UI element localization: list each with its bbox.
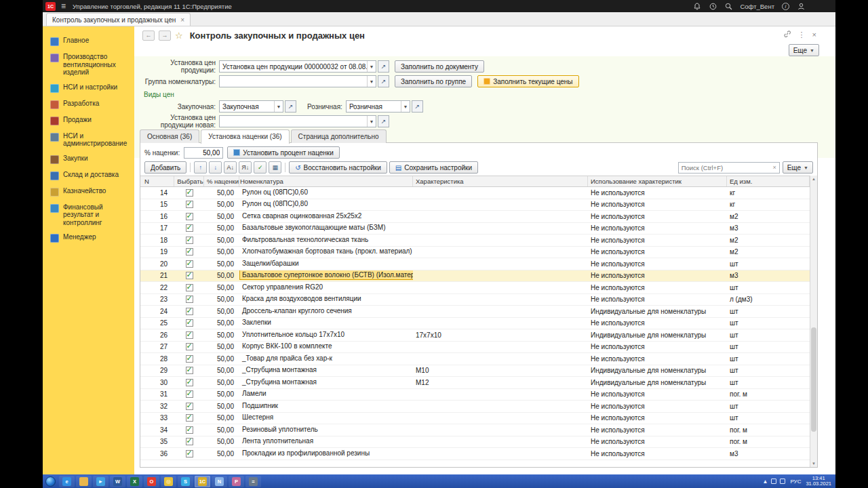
taskbar-app-internet-explorer[interactable]: e [59,476,75,487]
cell-nomenclature[interactable]: Подшипник [239,401,413,411]
cell-markup-percent[interactable]: 50,00 [204,390,239,398]
taskbar-app-paint[interactable]: P [229,476,244,487]
table-row[interactable]: 14 50,00 Рулон оц (08ПС)0,60 Не использу… [140,187,810,199]
vertical-scrollbar[interactable]: ▲ ▼ [810,176,817,467]
table-row[interactable]: 36 50,00 Прокладки из профилированной ре… [140,448,810,460]
cell-nomenclature[interactable]: Сектор управления RG20 [239,283,413,293]
cell-nomenclature[interactable]: _Струбцина монтажная [239,378,413,388]
checkbox-checked-icon[interactable] [186,343,193,350]
taskbar-app-file-explorer[interactable] [76,476,92,487]
open-document-icon[interactable]: ↗ [378,60,389,73]
notifications-bell-icon[interactable] [693,2,701,10]
cell-nomenclature[interactable]: Дроссель-клапан круглого сечения [239,306,413,317]
check-all-icon[interactable]: ✓ [254,161,267,174]
cell-markup-percent[interactable]: 50,00 [204,343,239,350]
kebab-menu-icon[interactable]: ⋮ [798,30,806,39]
table-row[interactable]: 16 50,00 Сетка сварная оцинкованная 25х2… [140,211,810,223]
cell-nomenclature[interactable]: Прокладки из профилированной резины [239,449,413,459]
cell-markup-percent[interactable]: 50,00 [204,189,239,197]
tab-osnovnaya[interactable]: Основная (36) [140,129,199,143]
table-row[interactable]: 19 50,00 Хлопчатобумажная бортовая ткань… [140,247,810,259]
column-header[interactable]: % наценки [204,176,239,186]
cell-nomenclature[interactable]: Фильтровальная технологическая ткань [239,235,413,245]
cell-characteristic[interactable]: 17х7х10 [413,331,588,339]
checkbox-checked-icon[interactable] [186,284,193,291]
table-row[interactable]: 31 50,00 Ламели Не используются пог. м [140,389,810,401]
fill-by-document-button[interactable]: Заполнить по документу [395,60,484,73]
retail-price-combo[interactable]: Розничная ▼ [346,100,410,113]
sidebar-item-prodazhi[interactable]: Продажи [43,113,134,129]
tray-expand-icon[interactable]: ▲ [763,479,768,485]
save-settings-button[interactable]: ▤ Сохранить настройки [389,161,478,174]
table-row[interactable]: 28 50,00 _Товар для прайса без хар-к Не … [140,353,810,365]
markup-percent-input[interactable] [184,147,223,159]
sidebar-item-finansovyy-rezultat[interactable]: Финансовый результат и контроллинг [43,200,134,230]
cell-checkbox[interactable] [174,213,204,220]
history-clock-icon[interactable] [709,2,717,10]
checkbox-checked-icon[interactable] [186,201,193,208]
sidebar-item-razrabotka[interactable]: Разработка [43,96,134,113]
restore-settings-button[interactable]: ↺ Восстановить настройки [289,161,387,174]
cell-markup-percent[interactable]: 50,00 [204,367,239,374]
cell-markup-percent[interactable]: 50,00 [204,426,239,434]
purchase-price-combo[interactable]: Закупочная ▼ [219,100,283,113]
table-row[interactable]: 26 50,00 Уплотнительное кольцо 17х7х10 1… [140,329,810,342]
cell-nomenclature[interactable]: Рулон оц (08ПС)0,60 [239,188,413,198]
list-settings-icon[interactable]: ▦ [269,161,281,174]
nomenclature-group-combo[interactable]: ▼ [219,75,376,87]
forward-button[interactable]: → [159,30,171,41]
cell-checkbox[interactable] [174,248,204,256]
table-row[interactable]: 27 50,00 Корпус ВКК-100 в комплекте Не и… [140,342,810,354]
cell-checkbox[interactable] [174,272,204,279]
cell-nomenclature[interactable]: Рулон оц (08ПС)0,80 [239,199,413,209]
column-header[interactable]: Выбрать [174,176,204,186]
move-down-icon[interactable]: ↓ [209,161,222,174]
cell-nomenclature[interactable]: Уплотнительное кольцо 17х7х10 [239,330,413,340]
open-retail-price-icon[interactable]: ↗ [412,100,423,113]
form-more-button[interactable]: Еще▼ [789,44,819,56]
taskbar-app-word[interactable]: W [110,476,125,487]
cell-checkbox[interactable] [174,308,204,315]
table-row[interactable]: 15 50,00 Рулон оц (08ПС)0,80 Не использу… [140,199,810,211]
user-profile-icon[interactable] [797,2,805,10]
cell-checkbox[interactable] [174,296,204,303]
sidebar-item-zakupki[interactable]: Закупки [43,151,134,167]
table-more-button[interactable]: Еще▼ [783,161,813,174]
cell-markup-percent[interactable]: 50,00 [204,414,239,422]
new-price-setting-combo[interactable]: ▼ [219,115,376,127]
chevron-down-icon[interactable]: ▼ [367,61,376,72]
checkbox-checked-icon[interactable] [186,426,193,434]
cell-markup-percent[interactable]: 50,00 [204,260,239,268]
checkbox-checked-icon[interactable] [186,308,193,315]
cell-nomenclature[interactable]: _Струбцина монтажная [239,365,413,375]
cell-nomenclature[interactable]: Краска для воздуховодов вентиляции [239,294,413,304]
cell-nomenclature[interactable]: Базальтовые звукопоглащающие маты (БЗМ) [239,223,413,233]
start-button[interactable] [45,476,56,487]
cell-nomenclature[interactable]: Резиновый уплотнитель [239,425,413,435]
cell-checkbox[interactable] [174,426,204,434]
cell-checkbox[interactable] [174,331,204,339]
cell-checkbox[interactable] [174,379,204,386]
taskbar-clock[interactable]: 13:41 31.03.2021 [806,476,833,487]
chevron-down-icon[interactable]: ▼ [274,101,283,112]
checkbox-checked-icon[interactable] [186,355,193,363]
taskbar-app-opera-browser[interactable]: O [144,476,159,487]
current-user[interactable]: Софт_Вент [740,3,774,10]
table-row[interactable]: 23 50,00 Краска для воздуховодов вентиля… [140,294,810,306]
column-header[interactable]: Характеристика [413,176,588,186]
cell-markup-percent[interactable]: 50,00 [204,272,239,279]
cell-checkbox[interactable] [174,450,204,458]
cell-characteristic[interactable]: М12 [413,379,588,386]
column-header[interactable]: Номенклатура [239,176,413,186]
cell-checkbox[interactable] [174,201,204,208]
table-row[interactable]: 35 50,00 Лента уплотнительная Не использ… [140,436,810,449]
back-button[interactable]: ← [142,30,155,41]
cell-markup-percent[interactable]: 50,00 [204,379,239,386]
fill-by-group-button[interactable]: Заполнить по группе [395,75,472,87]
open-purchase-price-icon[interactable]: ↗ [285,100,296,113]
cell-nomenclature[interactable]: Базальтовое супертонкое волокно (БСТВ) (… [239,270,413,281]
table-row[interactable]: 24 50,00 Дроссель-клапан круглого сечени… [140,306,810,318]
table-row[interactable]: 21 50,00 Базальтовое супертонкое волокно… [140,270,810,283]
cell-nomenclature[interactable]: Лента уплотнительная [239,436,413,447]
cell-checkbox[interactable] [174,343,204,350]
